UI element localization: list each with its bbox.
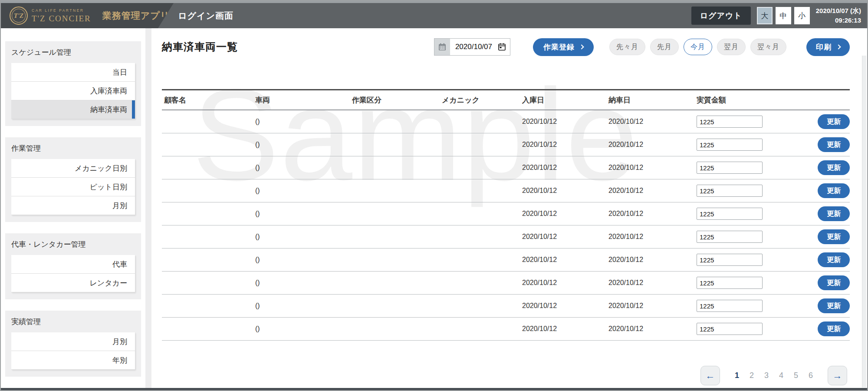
month-filter-button[interactable]: 翌々月 [750, 39, 786, 55]
arrow-left-icon: ← [706, 370, 715, 381]
sidebar-section-title: スケジュール管理 [11, 47, 135, 57]
arrow-right-icon: → [833, 370, 842, 381]
table-row: () 2020/10/12 2020/10/12 更新 [162, 202, 850, 225]
amount-input[interactable] [697, 254, 763, 266]
page-number[interactable]: 2 [746, 371, 757, 380]
header-brand-area: T'Z CAR LIFE PARTNER T'Z CONCIER 業務管理アプリ [1, 3, 174, 28]
font-size-button[interactable]: 中 [776, 7, 791, 24]
sidebar-item[interactable]: 月別 [11, 332, 135, 351]
month-filter-button[interactable]: 先月 [650, 39, 679, 55]
date-picker-value: 2020/10/07 [455, 43, 492, 51]
sidebar-item-label: レンタカー [89, 278, 127, 288]
table-row: () 2020/10/12 2020/10/12 更新 [162, 179, 850, 202]
vertical-scrollbar[interactable] [862, 56, 866, 388]
sidebar-item[interactable]: レンタカー [11, 274, 135, 292]
update-button[interactable]: 更新 [818, 137, 850, 152]
cell-checkin-date: 2020/10/12 [520, 164, 606, 172]
cell-checkin-date: 2020/10/12 [520, 325, 606, 333]
window-bottom-bar [1, 388, 867, 390]
update-button[interactable]: 更新 [818, 160, 850, 175]
sidebar-item[interactable]: 代車 [11, 255, 135, 274]
date-input-calendar-icon [498, 43, 506, 51]
table-column-header: 納車日 [606, 95, 694, 105]
update-button[interactable]: 更新 [818, 206, 850, 221]
amount-input[interactable] [697, 323, 763, 335]
main-content: 納車済車両一覧 2020/10/07 作業登録 先々 [151, 28, 867, 390]
sidebar-item[interactable]: メカニック日別 [11, 159, 135, 178]
update-button[interactable]: 更新 [818, 321, 850, 336]
prev-page-button[interactable]: ← [700, 366, 720, 385]
sidebar-section-work: 作業管理 メカニック日別 ピット日別 月別 [5, 137, 141, 222]
sidebar-item[interactable]: 当日 [11, 63, 135, 82]
amount-input[interactable] [697, 139, 763, 151]
cell-vehicle: () [253, 141, 350, 149]
sidebar-section-title: 作業管理 [11, 143, 135, 153]
cell-vehicle: () [253, 302, 350, 310]
amount-input[interactable] [697, 300, 763, 312]
table-column-header: 車両 [253, 95, 350, 105]
logo-brand-name: T'Z CONCIER [32, 14, 91, 23]
amount-input[interactable] [697, 116, 763, 128]
sidebar-item-label: 代車 [112, 259, 127, 269]
month-filter-button[interactable]: 翌月 [717, 39, 746, 55]
table-header-row: 顧客名 車両 作業区分 メカニック 入庫日 納車日 実質金額 [162, 90, 850, 110]
sidebar-item-label: 納車済車両 [90, 105, 127, 115]
current-date: 2020/10/07 (水) [816, 6, 861, 16]
page-number[interactable]: 3 [761, 371, 772, 380]
font-size-button[interactable]: 大 [757, 7, 773, 24]
sidebar-item[interactable]: 年別 [11, 351, 135, 370]
amount-input[interactable] [697, 231, 763, 243]
breadcrumb-screen-name: ログイン画面 [178, 3, 233, 28]
work-register-button[interactable]: 作業登録 [533, 38, 594, 56]
update-button[interactable]: 更新 [818, 275, 850, 290]
current-datetime: 2020/10/07 (水) 09:26:13 [816, 6, 861, 25]
font-size-button[interactable]: 小 [794, 7, 810, 24]
sidebar-item-label: ピット日別 [90, 182, 127, 192]
sidebar-item-label: メカニック日別 [75, 163, 127, 173]
page-number[interactable]: 6 [805, 371, 816, 380]
cell-checkin-date: 2020/10/12 [520, 210, 606, 218]
print-button[interactable]: 印刷 [806, 38, 850, 56]
current-time: 09:26:13 [816, 16, 861, 25]
cell-checkin-date: 2020/10/12 [520, 256, 606, 264]
sidebar-item[interactable]: 月別 [11, 196, 135, 215]
table-column-header: 作業区分 [350, 95, 440, 105]
calendar-icon [434, 39, 450, 55]
page-number[interactable]: 1 [731, 371, 743, 380]
date-picker[interactable]: 2020/10/07 [434, 38, 510, 56]
amount-input[interactable] [697, 185, 763, 197]
update-button[interactable]: 更新 [818, 183, 850, 198]
update-button[interactable]: 更新 [818, 298, 850, 313]
cell-delivery-date: 2020/10/12 [606, 210, 694, 218]
cell-vehicle: () [253, 233, 350, 241]
sidebar-item[interactable]: ピット日別 [11, 178, 135, 196]
amount-input[interactable] [697, 162, 763, 174]
month-filter-button[interactable]: 今月 [684, 39, 712, 55]
table-column-header: メカニック [440, 95, 520, 105]
logo-circle-icon: T'Z [10, 7, 28, 25]
sidebar-item-label: 当日 [112, 67, 127, 77]
amount-input[interactable] [697, 277, 763, 289]
page-number[interactable]: 4 [776, 371, 787, 380]
month-filter-button[interactable]: 先々月 [609, 39, 645, 55]
amount-input[interactable] [697, 208, 763, 220]
update-button[interactable]: 更新 [818, 252, 850, 267]
sidebar-item[interactable]: 納車済車両 [11, 100, 135, 119]
logout-button[interactable]: ログアウト [691, 7, 751, 25]
page-number[interactable]: 5 [790, 371, 802, 380]
sidebar-section-schedule: スケジュール管理 当日 入庫済車両 納車済車両 [5, 41, 141, 126]
table-row: () 2020/10/12 2020/10/12 更新 [162, 272, 850, 295]
table-row: () 2020/10/12 2020/10/12 更新 [162, 318, 850, 341]
cell-vehicle: () [253, 325, 350, 333]
sidebar-item[interactable]: 入庫済車両 [11, 82, 135, 100]
cell-delivery-date: 2020/10/12 [606, 279, 694, 287]
sidebar-item-label: 入庫済車両 [90, 86, 127, 96]
cell-vehicle: () [253, 187, 350, 195]
app-title: 業務管理アプリ [102, 10, 170, 22]
cell-vehicle: () [253, 256, 350, 264]
sidebar: スケジュール管理 当日 入庫済車両 納車済車両 [1, 28, 145, 390]
next-page-button[interactable]: → [828, 366, 847, 385]
update-button[interactable]: 更新 [818, 114, 850, 129]
table-row: () 2020/10/12 2020/10/12 更新 [162, 110, 850, 133]
update-button[interactable]: 更新 [818, 229, 850, 244]
